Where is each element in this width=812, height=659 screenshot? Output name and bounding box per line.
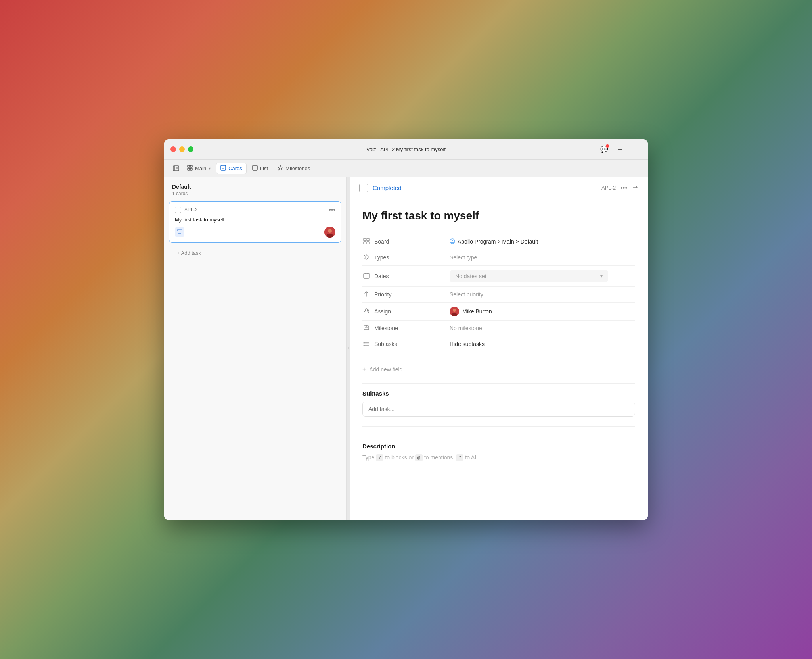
svg-rect-6 bbox=[188, 165, 190, 167]
board-label-text: Board bbox=[374, 238, 389, 245]
add-field-label: Add new field bbox=[369, 366, 402, 373]
milestone-icon bbox=[362, 325, 370, 332]
more-button[interactable]: ⋮ bbox=[630, 144, 642, 155]
chevron-down-icon: ▾ bbox=[209, 166, 211, 171]
description-hint-middle2: to mentions, bbox=[424, 454, 456, 461]
priority-value-text: Select priority bbox=[450, 291, 483, 298]
priority-value[interactable]: Select priority bbox=[450, 287, 635, 303]
assign-icon bbox=[362, 307, 370, 315]
description-hint-slash: / bbox=[376, 454, 383, 461]
card-id-wrapper: APL-2 bbox=[175, 207, 197, 213]
right-panel: Completed APL-2 ••• My first task to mys… bbox=[350, 177, 648, 520]
dates-select-text: No dates set bbox=[455, 273, 486, 279]
assignee-avatar-sm bbox=[450, 307, 459, 316]
task-properties: Board Apollo Program > Main > Default bbox=[362, 234, 635, 352]
svg-point-44 bbox=[364, 343, 365, 344]
breadcrumb-text: Apollo Program > Main > Default bbox=[458, 238, 538, 245]
milestone-label-text: Milestone bbox=[374, 325, 398, 331]
task-header-actions: APL-2 ••• bbox=[601, 184, 638, 192]
board-program-icon bbox=[450, 238, 455, 245]
add-field-plus-icon: + bbox=[362, 366, 366, 373]
card-checkbox[interactable] bbox=[175, 207, 181, 213]
panel-resize-handle[interactable]: ⋮ bbox=[347, 177, 350, 520]
subtasks-section-title: Subtasks bbox=[362, 390, 635, 397]
milestone-value-text: No milestone bbox=[450, 325, 482, 331]
app-window: Vaiz - APL-2 My first task to myself 💬 ⋮ bbox=[164, 139, 648, 520]
toolbar: Main ▾ Cards List bbox=[164, 160, 648, 177]
svg-point-45 bbox=[364, 344, 365, 346]
tab-main[interactable]: Main ▾ bbox=[183, 163, 214, 174]
types-label: Types bbox=[362, 250, 450, 266]
add-subtask-input[interactable] bbox=[362, 402, 635, 417]
svg-rect-9 bbox=[190, 168, 192, 170]
task-status-checkbox[interactable] bbox=[359, 184, 368, 192]
svg-rect-24 bbox=[367, 238, 369, 241]
dates-label-text: Dates bbox=[374, 273, 389, 279]
tab-list-label: List bbox=[260, 165, 268, 171]
task-more-button[interactable]: ••• bbox=[620, 184, 627, 192]
titlebar: Vaiz - APL-2 My first task to myself 💬 ⋮ bbox=[164, 139, 648, 160]
types-icon bbox=[362, 254, 370, 261]
svg-point-21 bbox=[328, 229, 332, 233]
description-hint-middle: to blocks or bbox=[385, 454, 415, 461]
card-id: APL-2 bbox=[184, 207, 197, 213]
svg-point-36 bbox=[453, 309, 456, 312]
minimize-button[interactable] bbox=[179, 146, 185, 152]
description-hint[interactable]: Type / to blocks or @ to mentions, ? to … bbox=[362, 454, 635, 461]
description-hint-at: @ bbox=[415, 454, 423, 461]
tab-main-label: Main bbox=[195, 165, 206, 171]
add-task-button[interactable]: + Add task bbox=[169, 246, 341, 260]
description-hint-suffix: to AI bbox=[465, 454, 476, 461]
description-divider bbox=[362, 426, 635, 427]
assignee-avatar bbox=[324, 227, 335, 238]
subtasks-prop-label: Subtasks bbox=[362, 336, 450, 352]
svg-rect-8 bbox=[188, 168, 190, 170]
task-status-bar: Completed APL-2 ••• bbox=[350, 177, 648, 199]
svg-rect-2 bbox=[173, 166, 179, 171]
description-section: Description Type / to blocks or @ to men… bbox=[362, 433, 635, 470]
close-button[interactable] bbox=[170, 146, 176, 152]
description-hint-prefix: Type bbox=[362, 454, 376, 461]
svg-rect-25 bbox=[364, 242, 366, 244]
milestone-label: Milestone bbox=[362, 321, 450, 336]
priority-label: Priority bbox=[362, 287, 450, 303]
task-expand-button[interactable] bbox=[632, 184, 638, 192]
board-icon bbox=[362, 238, 370, 246]
subtasks-prop-value[interactable]: Hide subtasks bbox=[450, 336, 635, 352]
card-header: APL-2 ••• bbox=[175, 206, 335, 213]
sidebar-toggle[interactable] bbox=[170, 163, 182, 174]
svg-rect-29 bbox=[364, 273, 369, 278]
cards-icon bbox=[220, 165, 226, 172]
notifications-button[interactable]: 💬 bbox=[599, 144, 610, 155]
types-value-text: Select type bbox=[450, 254, 477, 261]
description-title: Description bbox=[362, 443, 635, 450]
tab-milestones-label: Milestones bbox=[285, 165, 310, 171]
tab-cards[interactable]: Cards bbox=[216, 163, 247, 174]
section-divider bbox=[362, 383, 635, 384]
board-value[interactable]: Apollo Program > Main > Default bbox=[450, 234, 635, 250]
dates-value[interactable]: No dates set ▾ bbox=[450, 266, 635, 287]
tab-list[interactable]: List bbox=[248, 163, 272, 174]
tab-milestones[interactable]: Milestones bbox=[274, 163, 314, 174]
card-menu-button[interactable]: ••• bbox=[329, 206, 335, 213]
task-title[interactable]: My first task to myself bbox=[362, 209, 635, 223]
priority-icon bbox=[362, 291, 370, 298]
sidebar-icon bbox=[173, 165, 179, 171]
milestone-value[interactable]: No milestone bbox=[450, 321, 635, 336]
dates-select[interactable]: No dates set ▾ bbox=[450, 270, 608, 282]
task-status-label[interactable]: Completed bbox=[373, 184, 402, 191]
add-field-button[interactable]: + Add new field bbox=[362, 362, 635, 377]
types-value[interactable]: Select type bbox=[450, 250, 635, 266]
group-title: Default bbox=[172, 184, 338, 190]
svg-point-28 bbox=[452, 240, 453, 241]
maximize-button[interactable] bbox=[188, 146, 193, 152]
group-count: 1 cards bbox=[172, 191, 338, 196]
subtasks-section: Subtasks bbox=[362, 390, 635, 417]
svg-rect-7 bbox=[190, 165, 192, 167]
add-button[interactable] bbox=[615, 144, 626, 155]
task-card[interactable]: APL-2 ••• My first task to myself bbox=[169, 201, 341, 243]
svg-rect-17 bbox=[177, 230, 182, 231]
subtasks-value-text: Hide subtasks bbox=[450, 341, 485, 347]
assign-value[interactable]: Mike Burton bbox=[450, 303, 635, 321]
card-footer bbox=[175, 227, 335, 238]
